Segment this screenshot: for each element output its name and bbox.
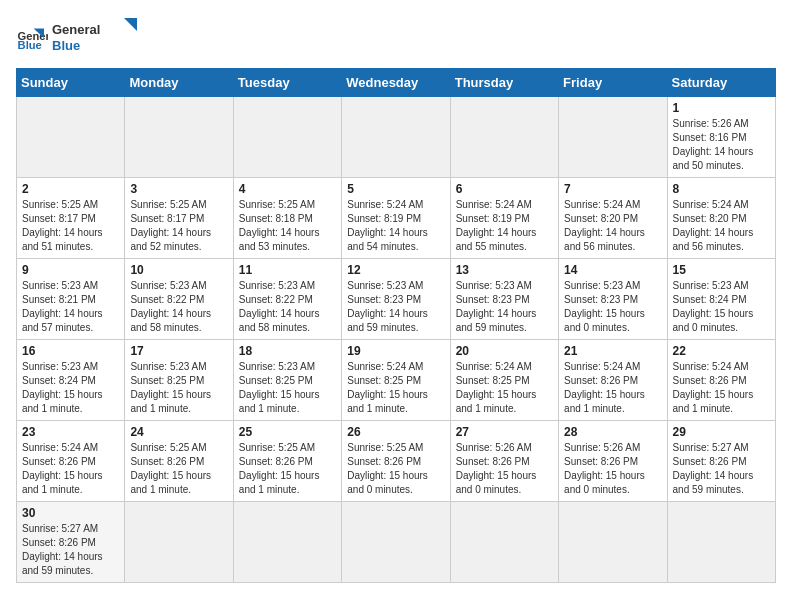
calendar-cell: 26Sunrise: 5:25 AM Sunset: 8:26 PM Dayli… [342,421,450,502]
day-number: 15 [673,263,770,277]
page-container: General Blue General Blue SundayMondayTu… [16,16,776,583]
day-number: 16 [22,344,119,358]
calendar-cell: 2Sunrise: 5:25 AM Sunset: 8:17 PM Daylig… [17,178,125,259]
day-info: Sunrise: 5:27 AM Sunset: 8:26 PM Dayligh… [22,522,119,578]
calendar-cell: 3Sunrise: 5:25 AM Sunset: 8:17 PM Daylig… [125,178,233,259]
weekday-header-friday: Friday [559,69,667,97]
day-number: 11 [239,263,336,277]
calendar-week-row: 9Sunrise: 5:23 AM Sunset: 8:21 PM Daylig… [17,259,776,340]
weekday-header-thursday: Thursday [450,69,558,97]
day-info: Sunrise: 5:24 AM Sunset: 8:26 PM Dayligh… [564,360,661,416]
calendar-cell: 6Sunrise: 5:24 AM Sunset: 8:19 PM Daylig… [450,178,558,259]
calendar-cell: 8Sunrise: 5:24 AM Sunset: 8:20 PM Daylig… [667,178,775,259]
calendar-cell [233,97,341,178]
calendar-cell: 16Sunrise: 5:23 AM Sunset: 8:24 PM Dayli… [17,340,125,421]
calendar-week-row: 23Sunrise: 5:24 AM Sunset: 8:26 PM Dayli… [17,421,776,502]
day-info: Sunrise: 5:24 AM Sunset: 8:25 PM Dayligh… [347,360,444,416]
day-info: Sunrise: 5:23 AM Sunset: 8:24 PM Dayligh… [673,279,770,335]
day-info: Sunrise: 5:24 AM Sunset: 8:19 PM Dayligh… [456,198,553,254]
day-number: 27 [456,425,553,439]
calendar-cell [667,502,775,583]
day-number: 1 [673,101,770,115]
day-info: Sunrise: 5:23 AM Sunset: 8:25 PM Dayligh… [239,360,336,416]
svg-text:Blue: Blue [52,38,80,53]
day-number: 9 [22,263,119,277]
day-number: 8 [673,182,770,196]
day-info: Sunrise: 5:25 AM Sunset: 8:18 PM Dayligh… [239,198,336,254]
calendar-cell [125,97,233,178]
day-info: Sunrise: 5:25 AM Sunset: 8:17 PM Dayligh… [130,198,227,254]
day-info: Sunrise: 5:25 AM Sunset: 8:26 PM Dayligh… [130,441,227,497]
header: General Blue General Blue [16,16,776,60]
calendar-cell: 21Sunrise: 5:24 AM Sunset: 8:26 PM Dayli… [559,340,667,421]
logo: General Blue General Blue [16,16,152,60]
calendar-cell: 14Sunrise: 5:23 AM Sunset: 8:23 PM Dayli… [559,259,667,340]
weekday-header-sunday: Sunday [17,69,125,97]
day-number: 23 [22,425,119,439]
calendar-cell: 28Sunrise: 5:26 AM Sunset: 8:26 PM Dayli… [559,421,667,502]
day-info: Sunrise: 5:23 AM Sunset: 8:25 PM Dayligh… [130,360,227,416]
calendar-cell [559,97,667,178]
calendar-cell: 12Sunrise: 5:23 AM Sunset: 8:23 PM Dayli… [342,259,450,340]
day-info: Sunrise: 5:25 AM Sunset: 8:26 PM Dayligh… [347,441,444,497]
day-number: 4 [239,182,336,196]
calendar-cell: 25Sunrise: 5:25 AM Sunset: 8:26 PM Dayli… [233,421,341,502]
calendar-cell: 22Sunrise: 5:24 AM Sunset: 8:26 PM Dayli… [667,340,775,421]
weekday-header-row: SundayMondayTuesdayWednesdayThursdayFrid… [17,69,776,97]
day-info: Sunrise: 5:26 AM Sunset: 8:16 PM Dayligh… [673,117,770,173]
day-info: Sunrise: 5:25 AM Sunset: 8:17 PM Dayligh… [22,198,119,254]
svg-text:General: General [52,22,100,37]
day-number: 13 [456,263,553,277]
calendar-week-row: 30Sunrise: 5:27 AM Sunset: 8:26 PM Dayli… [17,502,776,583]
calendar-cell: 27Sunrise: 5:26 AM Sunset: 8:26 PM Dayli… [450,421,558,502]
calendar-cell [17,97,125,178]
day-info: Sunrise: 5:24 AM Sunset: 8:25 PM Dayligh… [456,360,553,416]
day-info: Sunrise: 5:23 AM Sunset: 8:24 PM Dayligh… [22,360,119,416]
calendar-cell: 9Sunrise: 5:23 AM Sunset: 8:21 PM Daylig… [17,259,125,340]
calendar-cell: 5Sunrise: 5:24 AM Sunset: 8:19 PM Daylig… [342,178,450,259]
day-info: Sunrise: 5:23 AM Sunset: 8:23 PM Dayligh… [347,279,444,335]
svg-text:Blue: Blue [18,39,42,51]
calendar-cell [450,502,558,583]
day-info: Sunrise: 5:25 AM Sunset: 8:26 PM Dayligh… [239,441,336,497]
calendar-cell: 18Sunrise: 5:23 AM Sunset: 8:25 PM Dayli… [233,340,341,421]
calendar-cell [125,502,233,583]
day-number: 18 [239,344,336,358]
calendar-cell: 11Sunrise: 5:23 AM Sunset: 8:22 PM Dayli… [233,259,341,340]
day-number: 25 [239,425,336,439]
day-number: 10 [130,263,227,277]
calendar-cell: 20Sunrise: 5:24 AM Sunset: 8:25 PM Dayli… [450,340,558,421]
day-number: 21 [564,344,661,358]
day-info: Sunrise: 5:24 AM Sunset: 8:19 PM Dayligh… [347,198,444,254]
weekday-header-wednesday: Wednesday [342,69,450,97]
calendar-cell [342,502,450,583]
day-number: 26 [347,425,444,439]
calendar-cell [342,97,450,178]
weekday-header-tuesday: Tuesday [233,69,341,97]
day-number: 30 [22,506,119,520]
day-info: Sunrise: 5:24 AM Sunset: 8:20 PM Dayligh… [564,198,661,254]
calendar-cell: 29Sunrise: 5:27 AM Sunset: 8:26 PM Dayli… [667,421,775,502]
day-number: 22 [673,344,770,358]
day-info: Sunrise: 5:23 AM Sunset: 8:21 PM Dayligh… [22,279,119,335]
day-info: Sunrise: 5:24 AM Sunset: 8:20 PM Dayligh… [673,198,770,254]
calendar-cell [450,97,558,178]
day-number: 12 [347,263,444,277]
day-number: 28 [564,425,661,439]
calendar-cell: 10Sunrise: 5:23 AM Sunset: 8:22 PM Dayli… [125,259,233,340]
calendar-cell [559,502,667,583]
day-number: 17 [130,344,227,358]
calendar-cell: 7Sunrise: 5:24 AM Sunset: 8:20 PM Daylig… [559,178,667,259]
calendar-cell: 4Sunrise: 5:25 AM Sunset: 8:18 PM Daylig… [233,178,341,259]
calendar-cell: 1Sunrise: 5:26 AM Sunset: 8:16 PM Daylig… [667,97,775,178]
day-number: 7 [564,182,661,196]
day-info: Sunrise: 5:23 AM Sunset: 8:23 PM Dayligh… [564,279,661,335]
svg-marker-4 [124,18,137,31]
weekday-header-saturday: Saturday [667,69,775,97]
day-info: Sunrise: 5:23 AM Sunset: 8:22 PM Dayligh… [239,279,336,335]
logo-icon: General Blue [16,22,48,54]
calendar-cell: 15Sunrise: 5:23 AM Sunset: 8:24 PM Dayli… [667,259,775,340]
day-info: Sunrise: 5:24 AM Sunset: 8:26 PM Dayligh… [22,441,119,497]
day-info: Sunrise: 5:26 AM Sunset: 8:26 PM Dayligh… [564,441,661,497]
day-info: Sunrise: 5:24 AM Sunset: 8:26 PM Dayligh… [673,360,770,416]
